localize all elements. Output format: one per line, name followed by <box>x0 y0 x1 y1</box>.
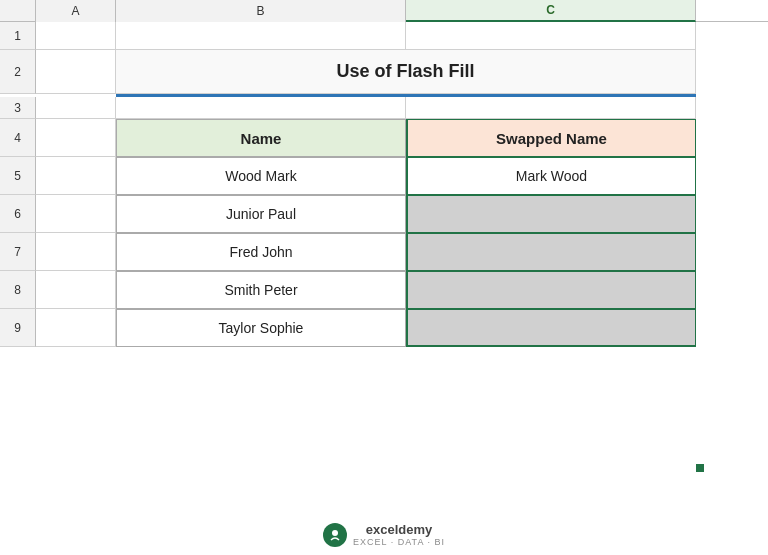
cell-a5[interactable] <box>36 157 116 195</box>
col-header-a[interactable]: A <box>36 0 116 22</box>
cell-c7[interactable] <box>406 233 696 271</box>
grid-body: 1 2 Use of Flash Fill 3 4 Name Swapped N… <box>0 22 768 555</box>
resize-handle[interactable] <box>696 464 704 472</box>
footer-logo <box>323 523 347 547</box>
cell-c4-swapped-header[interactable]: Swapped Name <box>406 119 696 157</box>
svg-point-0 <box>332 530 338 536</box>
cell-a9[interactable] <box>36 309 116 347</box>
cell-a2[interactable] <box>36 50 116 94</box>
cell-a6[interactable] <box>36 195 116 233</box>
cell-c8[interactable] <box>406 271 696 309</box>
grid-row-8: 8 Smith Peter <box>0 271 768 309</box>
row-header-7: 7 <box>0 233 36 271</box>
grid-row-4: 4 Name Swapped Name <box>0 119 768 157</box>
row-header-5: 5 <box>0 157 36 195</box>
grid-row-7: 7 Fred John <box>0 233 768 271</box>
row-header-1: 1 <box>0 22 36 50</box>
cell-title[interactable]: Use of Flash Fill <box>116 50 696 94</box>
cell-c3[interactable] <box>406 97 696 119</box>
spreadsheet: A B C 1 2 Use of Flash Fill 3 4 <box>0 0 768 555</box>
cell-a7[interactable] <box>36 233 116 271</box>
column-headers: A B C <box>0 0 768 22</box>
row-header-9: 9 <box>0 309 36 347</box>
footer-brand-name: exceldemy <box>366 522 433 537</box>
cell-b1[interactable] <box>116 22 406 50</box>
grid-row-3: 3 <box>0 97 768 119</box>
cell-a4[interactable] <box>36 119 116 157</box>
row-header-4: 4 <box>0 119 36 157</box>
footer: exceldemy EXCEL · DATA · BI <box>0 522 768 547</box>
footer-text: exceldemy EXCEL · DATA · BI <box>353 522 445 547</box>
footer-tagline-text: EXCEL · DATA · BI <box>353 537 445 547</box>
cell-b7[interactable]: Fred John <box>116 233 406 271</box>
cell-c5[interactable]: Mark Wood <box>406 157 696 195</box>
col-header-c[interactable]: C <box>406 0 696 22</box>
grid-row-9: 9 Taylor Sophie <box>0 309 768 347</box>
cell-a8[interactable] <box>36 271 116 309</box>
cell-c9[interactable] <box>406 309 696 347</box>
grid-row-1: 1 <box>0 22 768 50</box>
cell-b5[interactable]: Wood Mark <box>116 157 406 195</box>
cell-b4-name-header[interactable]: Name <box>116 119 406 157</box>
row-header-2: 2 <box>0 50 36 94</box>
col-header-b[interactable]: B <box>116 0 406 22</box>
cell-b6[interactable]: Junior Paul <box>116 195 406 233</box>
cell-b8[interactable]: Smith Peter <box>116 271 406 309</box>
cell-c6[interactable] <box>406 195 696 233</box>
cell-c1[interactable] <box>406 22 696 50</box>
row-header-6: 6 <box>0 195 36 233</box>
logo-icon <box>328 528 342 542</box>
cell-b3[interactable] <box>116 97 406 119</box>
grid-row-5: 5 Wood Mark Mark Wood <box>0 157 768 195</box>
corner-cell <box>0 0 36 22</box>
grid-row-2: 2 Use of Flash Fill <box>0 50 768 94</box>
row-header-3: 3 <box>0 97 36 119</box>
grid-row-6: 6 Junior Paul <box>0 195 768 233</box>
cell-a3[interactable] <box>36 97 116 119</box>
row-header-8: 8 <box>0 271 36 309</box>
cell-b9[interactable]: Taylor Sophie <box>116 309 406 347</box>
cell-a1[interactable] <box>36 22 116 50</box>
